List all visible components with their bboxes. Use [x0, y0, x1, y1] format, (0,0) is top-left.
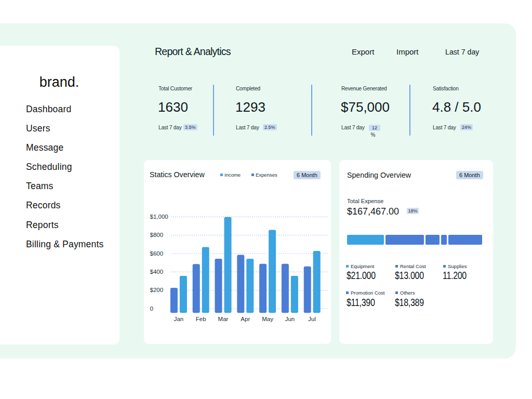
svg-text:$800: $800 [150, 232, 164, 238]
svg-text:Jul: Jul [308, 316, 316, 322]
svg-text:Mar: Mar [218, 316, 229, 322]
svg-text:0: 0 [150, 305, 153, 312]
svg-text:Feb: Feb [196, 316, 206, 322]
svg-text:Jun: Jun [285, 316, 295, 322]
svg-text:$400: $400 [150, 269, 164, 275]
svg-text:$600: $600 [150, 250, 164, 257]
svg-text:$1,000: $1,000 [150, 214, 168, 220]
svg-text:May: May [262, 316, 273, 322]
svg-text:$200: $200 [150, 287, 164, 293]
svg-text:Jan: Jan [174, 316, 184, 322]
svg-text:Apr: Apr [241, 316, 250, 322]
